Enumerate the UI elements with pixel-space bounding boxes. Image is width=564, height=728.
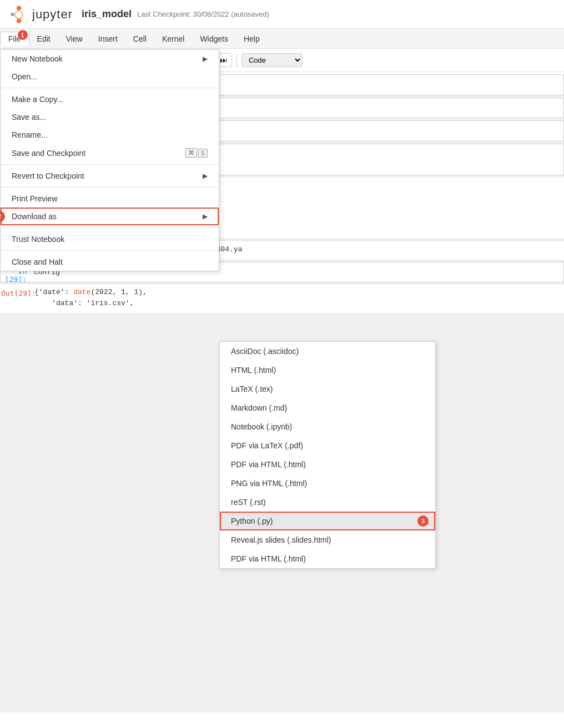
download-png-html[interactable]: PNG via HTML (.html) (220, 474, 435, 493)
badge-3: 3 (417, 515, 429, 527)
menu-save-checkpoint[interactable]: Save and Checkpoint ⌘S (1, 144, 219, 162)
menu-trust-notebook[interactable]: Trust Notebook (1, 230, 219, 248)
download-pdf-latex[interactable]: PDF via LaTeX (.pdf) (220, 436, 435, 455)
menu-view[interactable]: View (58, 32, 90, 46)
menu-file[interactable]: File 1 (0, 32, 29, 46)
out-29-code: {'date': date(2022, 1, 1), 'data': 'iris… (34, 287, 560, 309)
badge-1: 1 (18, 30, 28, 40)
download-as-arrow: ▶ (203, 213, 208, 220)
save-checkpoint-shortcut: ⌘S (185, 148, 208, 158)
separator-2 (1, 164, 219, 165)
cell-type-select[interactable]: Code Markdown Raw NBConvert Heading (241, 53, 303, 67)
svg-point-2 (11, 13, 14, 16)
download-pdf-html[interactable]: PDF via HTML (.html) (220, 455, 435, 474)
download-rest[interactable]: reST (.rst) (220, 493, 435, 512)
menu-new-notebook[interactable]: New Notebook ▶ (1, 50, 219, 68)
toolbar-separator-4 (236, 54, 237, 67)
menu-insert[interactable]: Insert (90, 32, 125, 46)
download-pdf-html-2[interactable]: PDF via HTML (.html) (220, 549, 435, 568)
separator-5 (1, 250, 219, 251)
menu-kernel[interactable]: Kernel (154, 32, 192, 46)
revert-arrow: ▶ (203, 172, 208, 180)
download-latex[interactable]: LaTeX (.tex) (220, 380, 435, 398)
download-reveal[interactable]: Reveal.js slides (.slides.html) (220, 530, 435, 549)
download-asciidoc[interactable]: AsciiDoc (.asciidoc) (220, 342, 435, 361)
jupyter-brand-text: jupyter (32, 7, 73, 22)
menu-revert-checkpoint[interactable]: Revert to Checkpoint ▶ (1, 167, 219, 185)
jupyter-logo: jupyter (9, 4, 73, 24)
badge-2: 2 (0, 211, 5, 222)
menu-edit[interactable]: Edit (29, 32, 58, 46)
menu-download-as[interactable]: 2 Download as ▶ (1, 208, 219, 225)
download-submenu: AsciiDoc (.asciidoc) HTML (.html) LaTeX … (219, 341, 436, 569)
jupyter-logo-icon (9, 4, 29, 24)
header: jupyter iris_model Last Checkpoint: 30/0… (0, 0, 564, 29)
new-notebook-arrow: ▶ (203, 55, 208, 63)
out-29-prompt: Out[29]: (1, 289, 32, 297)
separator-4 (1, 228, 219, 228)
notebook-title: iris_model (82, 8, 132, 20)
out-29: Out[29]: {'date': date(2022, 1, 1), 'dat… (0, 285, 564, 313)
separator-1 (1, 88, 219, 88)
menu-widgets[interactable]: Widgets (192, 32, 236, 46)
download-python[interactable]: Python (.py) 3 (220, 512, 435, 530)
menu-close-halt[interactable]: Close and Halt (1, 253, 219, 271)
download-markdown[interactable]: Markdown (.md) (220, 398, 435, 417)
file-dropdown: New Notebook ▶ Open... Make a Copy... Sa… (0, 49, 219, 271)
download-notebook[interactable]: Notebook (.ipynb) (220, 417, 435, 436)
menu-save-as[interactable]: Save as... (1, 108, 219, 126)
svg-point-0 (17, 6, 22, 11)
checkpoint-info: Last Checkpoint: 30/08/2022 (autosaved) (137, 10, 269, 18)
menubar: File 1 Edit View Insert Cell Kernel Widg… (0, 29, 564, 49)
svg-point-1 (17, 18, 22, 23)
menu-rename[interactable]: Rename... (1, 126, 219, 144)
menu-make-copy[interactable]: Make a Copy... (1, 90, 219, 108)
separator-3 (1, 187, 219, 188)
download-html[interactable]: HTML (.html) (220, 361, 435, 380)
menu-cell[interactable]: Cell (125, 32, 154, 46)
menu-open[interactable]: Open... (1, 68, 219, 85)
menu-help[interactable]: Help (236, 32, 268, 46)
menu-print-preview[interactable]: Print Preview (1, 190, 219, 208)
